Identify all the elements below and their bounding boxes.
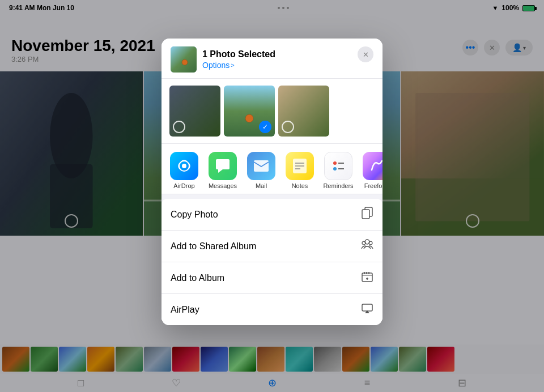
app-icon-mail[interactable]: Mail <box>243 152 279 189</box>
svg-rect-43 <box>362 304 372 311</box>
preview-thumb-left[interactable] <box>169 86 220 137</box>
svg-rect-40 <box>362 273 372 282</box>
messages-svg <box>215 159 231 173</box>
mail-label: Mail <box>256 182 267 189</box>
reminders-label: Reminders <box>323 182 353 189</box>
copy-photo-label: Copy Photo <box>171 210 218 220</box>
preview-thumb-right[interactable] <box>278 86 329 137</box>
options-label: Options <box>202 61 230 70</box>
add-album-icon <box>361 270 373 286</box>
mail-icon <box>247 152 275 180</box>
app-icon-freeform[interactable]: Freeform <box>359 152 382 189</box>
preview-check-center: ✓ <box>259 121 271 133</box>
copy-photo-icon <box>361 207 373 222</box>
notes-icon <box>286 152 314 180</box>
freeform-svg <box>369 159 382 173</box>
app-icon-notes[interactable]: Notes <box>282 152 318 189</box>
action-copy-photo[interactable]: Copy Photo <box>162 199 382 231</box>
svg-rect-36 <box>362 210 369 219</box>
share-preview-thumbnail <box>171 46 197 73</box>
notes-svg <box>292 158 307 174</box>
shared-album-icon-svg <box>361 238 373 251</box>
share-header-info: 1 Photo Selected Options > <box>202 49 275 70</box>
copy-icon-svg <box>361 207 373 219</box>
svg-rect-24 <box>254 160 269 172</box>
airdrop-label: AirDrop <box>173 182 194 189</box>
svg-point-23 <box>182 164 186 168</box>
preview-select-empty-left <box>173 121 185 133</box>
action-add-shared-album[interactable]: Add to Shared Album <box>162 231 382 262</box>
share-sheet-header: 1 Photo Selected Options > ✕ <box>162 39 382 79</box>
options-chevron-icon: > <box>231 62 234 69</box>
notes-label: Notes <box>292 182 308 189</box>
messages-icon <box>209 152 237 180</box>
photo-preview-row: ✓ <box>162 79 382 144</box>
share-sheet: 1 Photo Selected Options > ✕ <box>162 39 382 325</box>
add-shared-album-label: Add to Shared Album <box>171 241 256 252</box>
share-header-left: 1 Photo Selected Options > <box>171 46 275 73</box>
share-close-button[interactable]: ✕ <box>358 46 373 62</box>
share-thumb-image <box>171 46 197 73</box>
freeform-icon <box>363 152 382 180</box>
app-icon-reminders[interactable]: Reminders <box>320 152 356 189</box>
airdrop-svg <box>176 158 192 174</box>
svg-point-17 <box>182 59 188 65</box>
preview-select-empty-right <box>282 121 294 133</box>
reminders-icon <box>324 152 352 180</box>
airplay-icon <box>361 302 373 317</box>
preview-thumb-center[interactable]: ✓ <box>224 86 275 137</box>
action-list: Copy Photo Add to Shared Album <box>162 199 382 325</box>
add-album-icon-svg <box>361 270 373 283</box>
action-airplay[interactable]: AirPlay <box>162 294 382 325</box>
airplay-icon-svg <box>361 302 373 314</box>
svg-rect-16 <box>171 46 197 73</box>
mail-svg <box>253 160 269 172</box>
freeform-label: Freeform <box>364 182 382 189</box>
share-close-icon: ✕ <box>363 50 369 59</box>
airplay-label: AirPlay <box>171 305 199 315</box>
add-shared-album-icon <box>361 238 373 254</box>
svg-point-20 <box>245 114 253 122</box>
airdrop-icon <box>170 152 198 180</box>
add-album-label: Add to Album <box>171 273 224 283</box>
share-options-button[interactable]: Options > <box>202 61 275 70</box>
svg-point-29 <box>333 161 337 165</box>
app-icon-airdrop[interactable]: AirDrop <box>166 152 202 189</box>
share-selected-count: 1 Photo Selected <box>202 49 275 59</box>
app-icon-messages[interactable]: Messages <box>205 152 241 189</box>
messages-label: Messages <box>209 182 237 189</box>
app-icons-row: AirDrop Messages Mail <box>162 144 382 194</box>
svg-point-30 <box>333 167 337 171</box>
action-add-album[interactable]: Add to Album <box>162 262 382 294</box>
reminders-svg <box>330 158 346 174</box>
